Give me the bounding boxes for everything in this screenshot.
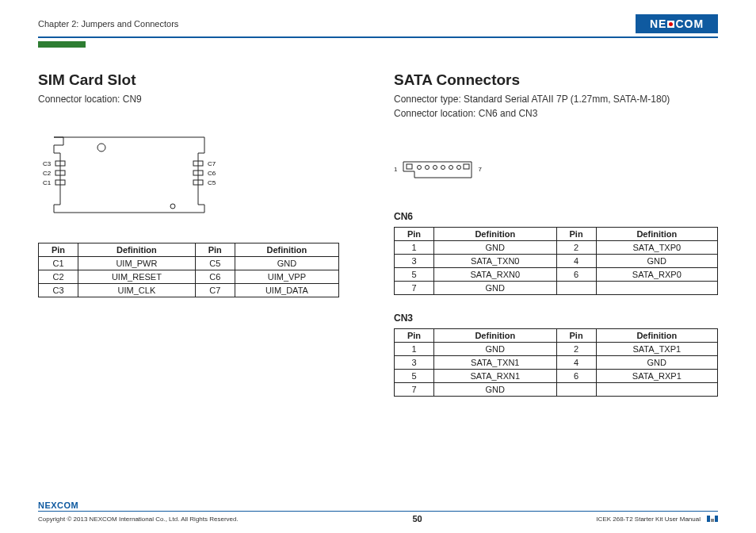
table-row: C1UIM_PWRC5GND [39,256,339,270]
svg-point-17 [433,165,437,169]
th-def: Definition [235,243,338,256]
cn3-label: CN3 [394,313,718,324]
sim-section-title: SIM Card Slot [38,71,362,89]
cn6-table: Pin Definition Pin Definition 1GND2SATA_… [394,227,718,295]
th-pin: Pin [39,243,78,256]
table-row: 5SATA_RXN16SATA_RXP1 [395,369,718,382]
table-row: 3SATA_TXN14GND [395,355,718,369]
svg-text:C2: C2 [43,170,52,177]
sim-diagram: C3 C2 C1 C7 C6 C5 [38,133,220,220]
table-row: 1GND2SATA_TXP1 [395,342,718,355]
footer-squares-icon [707,516,718,522]
cn6-label: CN6 [394,211,718,222]
sim-subtitle: Connector location: CN9 [38,92,362,106]
cn3-tbody: 1GND2SATA_TXP13SATA_TXN14GND5SATA_RXN16S… [395,342,718,396]
table-row: C3UIM_CLKC7UIM_DATA [39,283,339,297]
table-row: 5SATA_RXN06SATA_RXP0 [395,267,718,281]
svg-point-18 [441,165,445,169]
footer-divider [38,511,718,512]
manual-title: ICEK 268-T2 Starter Kit User Manual [596,516,701,523]
th-pin: Pin [195,243,235,256]
svg-text:C6: C6 [208,170,216,177]
sata-pin-1-label: 1 [394,166,397,173]
sata-section-title: SATA Connectors [394,71,718,89]
svg-point-16 [426,165,430,169]
footer-logo: NEXCOM [38,500,86,511]
sim-tbody: C1UIM_PWRC5GNDC2UIM_RESETC6UIM_VPPC3UIM_… [39,256,339,297]
svg-text:C5: C5 [208,179,216,186]
svg-text:C1: C1 [43,179,52,186]
svg-point-6 [97,144,105,151]
chapter-title: Chapter 2: Jumpers and Connectors [38,19,178,29]
svg-point-15 [418,165,422,169]
svg-point-19 [449,165,453,169]
svg-rect-14 [407,164,412,169]
table-row: 3SATA_TXN04GND [395,254,718,267]
header-divider [38,36,718,38]
page-number: 50 [412,514,422,523]
copyright: Copyright © 2013 NEXCOM International Co… [38,516,239,523]
brand-logo: NECOM [636,14,718,33]
sata-subtitle2: Connector location: CN6 and CN3 [394,106,718,121]
svg-text:C7: C7 [208,160,216,167]
th-def: Definition [78,243,196,256]
sata-diagram: 1 7 [394,160,718,179]
table-row: 7GND [395,382,718,396]
table-row: 7GND [395,281,718,294]
sim-pin-table: Pin Definition Pin Definition C1UIM_PWRC… [38,243,339,297]
sata-pin-7-label: 7 [478,166,481,173]
table-row: C2UIM_RESETC6UIM_VPP [39,270,339,283]
svg-text:C3: C3 [43,160,52,167]
sata-subtitle1: Connector type: Standard Serial ATAII 7P… [394,92,718,106]
svg-point-20 [457,165,461,169]
cn3-table: Pin Definition Pin Definition 1GND2SATA_… [394,328,718,397]
cn6-tbody: 1GND2SATA_TXP03SATA_TXN04GND5SATA_RXN06S… [395,240,718,294]
table-row: 1GND2SATA_TXP0 [395,240,718,254]
accent-bar [38,41,86,48]
svg-point-7 [170,204,175,209]
svg-rect-21 [464,164,469,169]
